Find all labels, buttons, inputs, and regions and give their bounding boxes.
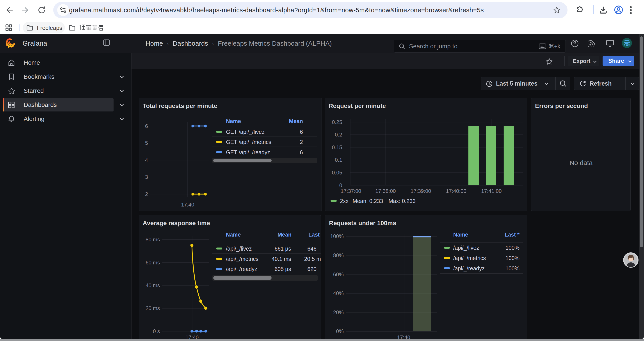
- svg-text:4: 4: [145, 157, 148, 163]
- svg-text:20 ms: 20 ms: [146, 305, 160, 311]
- svg-text:0.2: 0.2: [335, 132, 342, 138]
- svg-text:40 ms: 40 ms: [146, 282, 160, 288]
- svg-text:6: 6: [145, 123, 148, 129]
- svg-text:17:40: 17:40: [186, 334, 198, 339]
- svg-text:60 ms: 60 ms: [146, 260, 160, 265]
- svg-text:5: 5: [145, 140, 148, 146]
- svg-text:17:38:00: 17:38:00: [375, 188, 396, 194]
- svg-text:17:40: 17:40: [181, 202, 194, 208]
- svg-text:20%: 20%: [333, 309, 344, 315]
- svg-text:17:39:00: 17:39:00: [410, 188, 431, 194]
- svg-text:0%: 0%: [336, 328, 344, 334]
- svg-text:0.25: 0.25: [332, 119, 342, 125]
- svg-text:17:37:00: 17:37:00: [341, 188, 361, 194]
- svg-text:40%: 40%: [333, 290, 344, 296]
- svg-text:80%: 80%: [333, 252, 344, 258]
- svg-text:60%: 60%: [333, 271, 344, 277]
- svg-text:2: 2: [145, 191, 148, 197]
- svg-text:0.1: 0.1: [335, 157, 342, 163]
- svg-text:0: 0: [339, 182, 342, 188]
- svg-text:100%: 100%: [330, 233, 344, 239]
- svg-text:17:40:00: 17:40:00: [446, 188, 466, 194]
- svg-text:3: 3: [145, 174, 148, 180]
- svg-text:0.15: 0.15: [332, 144, 342, 150]
- svg-text:17:40: 17:40: [397, 334, 410, 339]
- svg-text:0.05: 0.05: [332, 170, 342, 176]
- svg-text:17:41:00: 17:41:00: [481, 188, 502, 194]
- svg-text:80 ms: 80 ms: [146, 237, 160, 242]
- svg-text:0 s: 0 s: [153, 328, 160, 334]
